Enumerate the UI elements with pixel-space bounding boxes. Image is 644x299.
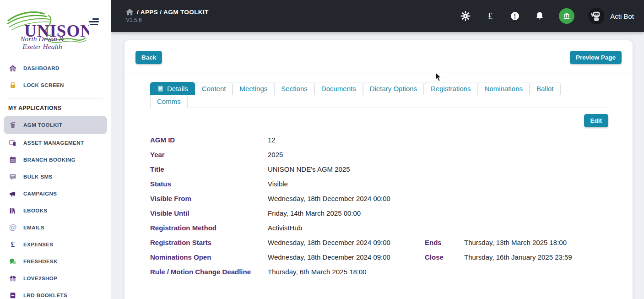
sidebar-item-label: LOCK SCREEN bbox=[23, 82, 64, 88]
field-row-visible-until: Visible Until Friday, 14th March 2025 00… bbox=[150, 206, 608, 221]
sidebar-item-bulk-sms[interactable]: BULK SMS bbox=[4, 168, 107, 185]
field-value: Thursday, 16th January 2025 23:59 bbox=[464, 252, 608, 263]
sidebar-item-ebooks[interactable]: EBOOKS bbox=[4, 202, 107, 219]
sidebar-item-branch-booking[interactable]: BRANCH BOOKING bbox=[4, 151, 107, 168]
books-icon bbox=[8, 206, 17, 215]
sidebar-item-label: BULK SMS bbox=[23, 174, 53, 179]
sidebar-item-label: FRESHDESK bbox=[23, 259, 58, 264]
breadcrumb-home-icon bbox=[126, 9, 134, 16]
tab-label: Sections bbox=[281, 85, 308, 92]
field-label: Registration Method bbox=[150, 223, 268, 234]
sidebar-item-expenses[interactable]: £ EXPENSES bbox=[4, 236, 107, 253]
field-label: Status bbox=[150, 179, 268, 190]
field-label: Registration Starts bbox=[150, 237, 268, 248]
field-row-nominations-open: Nominations Open Wednesday, 18th Decembe… bbox=[150, 250, 608, 265]
sidebar-item-lrd-booklets[interactable]: LRD BOOKLETS bbox=[4, 287, 107, 299]
field-row-registration-starts: Registration Starts Wednesday, 18th Dece… bbox=[150, 235, 608, 250]
tab-comms[interactable]: Comms bbox=[150, 95, 188, 108]
logo-subtitle-line2: Exeter Health bbox=[0, 43, 85, 50]
sidebar-item-label: EXPENSES bbox=[23, 242, 54, 247]
tab-details[interactable]: Details bbox=[150, 82, 195, 95]
avatar bbox=[588, 8, 605, 24]
sidebar-item-freshdesk[interactable]: FRESHDESK bbox=[4, 253, 107, 270]
sidebar-item-lock-screen[interactable]: LOCK SCREEN bbox=[4, 76, 107, 93]
field-row-status: Status Visible bbox=[150, 177, 608, 191]
breadcrumb-text: / APPS / AGM TOOLKIT bbox=[137, 9, 209, 16]
logo-subtitle-line1: North Devon & bbox=[0, 35, 85, 43]
field-label: Year bbox=[150, 149, 268, 160]
field-label: Visible From bbox=[150, 193, 268, 204]
back-button[interactable]: Back bbox=[135, 51, 162, 64]
sidebar-item-label: AGM TOOLKIT bbox=[23, 122, 62, 128]
details-panel: Edit AGM ID 12 Year 2025 Title UNISON bbox=[150, 108, 608, 293]
sidebar-item-campaigns[interactable]: CAMPAIGNS bbox=[4, 185, 107, 202]
user-menu[interactable]: Acti Bot bbox=[588, 8, 634, 24]
field-label: Close bbox=[425, 252, 464, 263]
field-value: Thursday, 13th March 2025 18:00 bbox=[464, 237, 608, 248]
sidebar-item-label: EBOOKS bbox=[23, 208, 48, 213]
gear-icon[interactable] bbox=[460, 11, 471, 22]
user-name: Acti Bot bbox=[610, 12, 634, 20]
tab-label: Nominations bbox=[485, 85, 523, 92]
field-value: Friday, 14th March 2025 00:00 bbox=[268, 208, 425, 219]
tab-content[interactable]: Content bbox=[195, 82, 233, 95]
field-row-visible-from: Visible From Wednesday, 18th December 20… bbox=[150, 191, 608, 206]
tab-documents[interactable]: Documents bbox=[314, 82, 363, 95]
field-value: Thursday, 6th March 2025 18:00 bbox=[268, 266, 425, 277]
booklet-icon bbox=[8, 291, 17, 299]
sidebar-item-label: CAMPAIGNS bbox=[23, 191, 57, 196]
sidebar-item-label: LOVE2SHOP bbox=[23, 276, 57, 281]
tab-dietary-options[interactable]: Dietary Options bbox=[363, 82, 424, 95]
sidebar-item-label: ASSET MANAGEMENT bbox=[23, 140, 84, 146]
megaphone-icon bbox=[8, 189, 17, 198]
sidebar: UNISON North Devon & Exeter Health DASHB… bbox=[0, 0, 111, 299]
preview-page-button[interactable]: Preview Page bbox=[570, 51, 622, 64]
field-row-rule-motion-deadline: Rule / Motion Change Deadline Thursday, … bbox=[150, 265, 608, 279]
field-label: Nominations Open bbox=[150, 252, 268, 263]
sidebar-item-asset-management[interactable]: ASSET MANAGEMENT bbox=[4, 134, 107, 151]
sidebar-item-agm-toolkit[interactable]: AGM TOOLKIT bbox=[4, 116, 107, 134]
field-value: 12 bbox=[268, 135, 425, 146]
pound-icon[interactable]: £ bbox=[485, 11, 496, 22]
chat-bubbles-icon bbox=[8, 257, 17, 266]
at-icon: @ bbox=[8, 223, 17, 232]
hamburger-menu-icon[interactable] bbox=[89, 18, 99, 26]
sidebar-item-dashboard[interactable]: DASHBOARD bbox=[4, 60, 107, 76]
field-row-title: Title UNISON NDE's AGM 2025 bbox=[150, 162, 608, 177]
field-value: Wednesday, 18th December 2024 00:00 bbox=[268, 193, 425, 204]
details-fields: AGM ID 12 Year 2025 Title UNISON NDE's A… bbox=[150, 133, 608, 279]
field-row-agm-id: AGM ID 12 bbox=[150, 133, 608, 147]
tab-registrations[interactable]: Registrations bbox=[424, 82, 478, 95]
tab-sections[interactable]: Sections bbox=[274, 82, 314, 95]
lock-icon bbox=[8, 81, 17, 90]
tab-label: Registrations bbox=[431, 85, 471, 92]
sidebar-divider bbox=[8, 98, 103, 98]
tab-meetings[interactable]: Meetings bbox=[233, 82, 274, 95]
tab-label: Content bbox=[202, 85, 226, 92]
field-value: Wednesday, 18th December 2024 09:00 bbox=[268, 237, 425, 248]
sidebar-item-label: LRD BOOKLETS bbox=[23, 293, 67, 298]
alert-icon[interactable] bbox=[509, 11, 520, 22]
sidebar-nav: DASHBOARD LOCK SCREEN MY APPLICATIONS AG… bbox=[0, 51, 111, 299]
tab-bar: Details Content Meetings Sections Docume… bbox=[150, 82, 608, 108]
breadcrumb[interactable]: / APPS / AGM TOOLKIT bbox=[126, 9, 209, 16]
sidebar-item-emails[interactable]: @ EMAILS bbox=[4, 219, 107, 236]
field-label: Visible Until bbox=[150, 208, 268, 219]
field-value: Visible bbox=[268, 179, 425, 190]
calendar-icon bbox=[8, 155, 17, 164]
sidebar-item-love2shop[interactable]: LOVE2SHOP bbox=[4, 270, 107, 287]
tab-label: Meetings bbox=[239, 85, 267, 92]
field-row-registration-method: Registration Method ActivistHub bbox=[150, 221, 608, 235]
sms-icon bbox=[8, 172, 17, 181]
bank-icon[interactable] bbox=[559, 8, 574, 24]
main-content: Back Preview Page Details Content Meetin… bbox=[111, 32, 644, 299]
trash-icon bbox=[8, 120, 17, 130]
tab-label: Comms bbox=[157, 98, 181, 105]
bell-icon[interactable] bbox=[534, 11, 545, 22]
tab-ballot[interactable]: Ballot bbox=[530, 82, 561, 95]
gift-icon bbox=[8, 274, 17, 283]
sidebar-item-label: BRANCH BOOKING bbox=[23, 157, 76, 163]
tab-nominations[interactable]: Nominations bbox=[478, 82, 530, 95]
tab-label: Dietary Options bbox=[370, 85, 417, 92]
edit-button[interactable]: Edit bbox=[584, 114, 609, 127]
